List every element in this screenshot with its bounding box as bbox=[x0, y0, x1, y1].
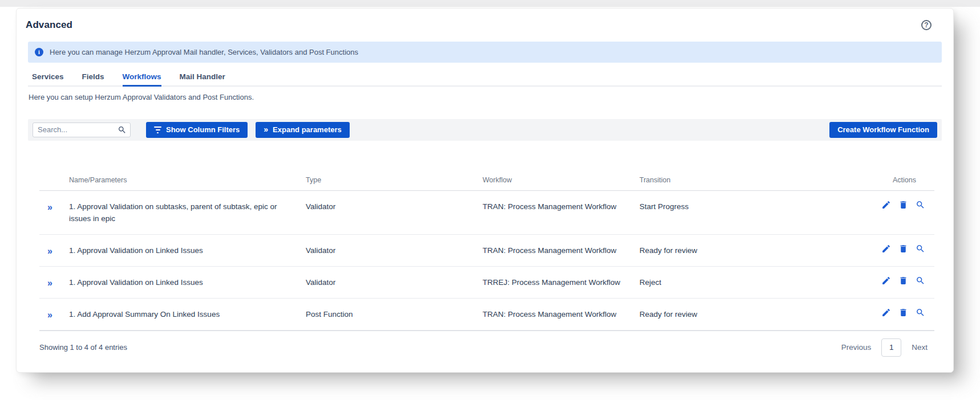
delete-icon[interactable] bbox=[898, 276, 908, 285]
entries-summary: Showing 1 to 4 of 4 entries bbox=[39, 343, 127, 352]
row-type: Validator bbox=[306, 235, 483, 266]
info-banner-text: Here you can manage Herzum Approval Mail… bbox=[50, 48, 358, 56]
pagination-page-1[interactable]: 1 bbox=[881, 338, 901, 357]
row-workflow: TRREJ: Process Management Workflow bbox=[483, 267, 639, 298]
edit-icon[interactable] bbox=[881, 276, 891, 285]
search-icon bbox=[118, 125, 127, 134]
panel-header: Advanced ? bbox=[17, 9, 953, 35]
row-transition: Ready for review bbox=[639, 299, 805, 330]
table-row: » 1. Approval Validation on Linked Issue… bbox=[39, 267, 934, 299]
edit-icon[interactable] bbox=[881, 200, 891, 210]
expand-row-icon[interactable]: » bbox=[47, 246, 52, 256]
info-banner: i Here you can manage Herzum Approval Ma… bbox=[28, 42, 942, 63]
show-column-filters-button[interactable]: Show Column Filters bbox=[146, 122, 248, 138]
table-row: » 1. Approval Validation on subtasks, pa… bbox=[39, 191, 934, 235]
pagination-previous[interactable]: Previous bbox=[841, 343, 872, 352]
expand-parameters-label: Expand parameters bbox=[273, 125, 342, 134]
column-header-type: Type bbox=[306, 169, 483, 190]
row-actions bbox=[805, 299, 934, 317]
view-icon[interactable] bbox=[916, 244, 925, 254]
table-footer: Showing 1 to 4 of 4 entries Previous 1 N… bbox=[39, 330, 934, 357]
column-header-name-parameters: Name/Parameters bbox=[69, 169, 306, 190]
show-column-filters-label: Show Column Filters bbox=[166, 125, 240, 134]
delete-icon[interactable] bbox=[898, 200, 908, 210]
row-transition: Start Progress bbox=[639, 191, 805, 222]
expand-row-icon[interactable]: » bbox=[47, 202, 52, 212]
expand-parameters-button[interactable]: » Expand parameters bbox=[256, 122, 349, 138]
advanced-panel: Advanced ? i Here you can manage Herzum … bbox=[16, 8, 954, 373]
expand-all-icon: » bbox=[264, 125, 268, 133]
row-workflow: TRAN: Process Management Workflow bbox=[483, 191, 639, 222]
row-type: Validator bbox=[306, 267, 483, 298]
pagination-next[interactable]: Next bbox=[912, 343, 928, 352]
filter-icon bbox=[154, 126, 161, 133]
row-workflow: TRAN: Process Management Workflow bbox=[483, 235, 639, 266]
tab-services[interactable]: Services bbox=[32, 70, 64, 87]
page-title: Advanced bbox=[26, 19, 72, 31]
tab-description: Here you can setup Herzum Approval Valid… bbox=[28, 93, 942, 101]
table-row: » 1. Approval Validation on Linked Issue… bbox=[39, 235, 934, 267]
tab-fields[interactable]: Fields bbox=[82, 70, 104, 87]
edit-icon[interactable] bbox=[881, 308, 891, 317]
view-icon[interactable] bbox=[916, 276, 925, 285]
row-transition: Reject bbox=[639, 267, 805, 298]
edit-icon[interactable] bbox=[881, 244, 891, 254]
row-actions bbox=[805, 235, 934, 254]
table-toolbar: Show Column Filters » Expand parameters … bbox=[28, 119, 942, 141]
row-transition: Ready for review bbox=[639, 235, 805, 266]
expand-row-icon[interactable]: » bbox=[47, 278, 52, 288]
table-row: » 1. Add Approval Summary On Linked Issu… bbox=[39, 299, 934, 330]
row-type: Validator bbox=[306, 191, 483, 222]
view-icon[interactable] bbox=[916, 200, 925, 210]
view-icon[interactable] bbox=[916, 308, 925, 317]
info-icon: i bbox=[35, 48, 43, 56]
search-box bbox=[33, 123, 131, 137]
workflow-functions-table: Name/Parameters Type Workflow Transition… bbox=[39, 169, 934, 330]
search-input[interactable] bbox=[33, 123, 131, 137]
row-name: 1. Approval Validation on subtasks, pare… bbox=[69, 191, 306, 234]
column-header-workflow: Workflow bbox=[483, 169, 639, 190]
row-actions bbox=[805, 267, 934, 285]
delete-icon[interactable] bbox=[898, 244, 908, 254]
create-workflow-function-button[interactable]: Create Workflow Function bbox=[829, 122, 937, 138]
column-header-transition: Transition bbox=[639, 169, 805, 190]
tab-bar: Services Fields Workflows Mail Handler bbox=[28, 70, 942, 87]
row-name: 1. Add Approval Summary On Linked Issues bbox=[69, 299, 306, 330]
page-top-strip bbox=[0, 0, 980, 7]
row-name: 1. Approval Validation on Linked Issues bbox=[69, 267, 306, 298]
tab-mail-handler[interactable]: Mail Handler bbox=[180, 70, 225, 87]
column-header-actions: Actions bbox=[805, 169, 934, 190]
row-type: Post Function bbox=[306, 299, 483, 330]
row-actions bbox=[805, 191, 934, 210]
table-header-row: Name/Parameters Type Workflow Transition… bbox=[39, 169, 934, 191]
row-name: 1. Approval Validation on Linked Issues bbox=[69, 235, 306, 266]
row-workflow: TRAN: Process Management Workflow bbox=[483, 299, 639, 330]
delete-icon[interactable] bbox=[898, 308, 908, 317]
expand-row-icon[interactable]: » bbox=[47, 310, 52, 320]
help-icon[interactable]: ? bbox=[921, 20, 932, 30]
tab-workflows[interactable]: Workflows bbox=[123, 70, 161, 87]
